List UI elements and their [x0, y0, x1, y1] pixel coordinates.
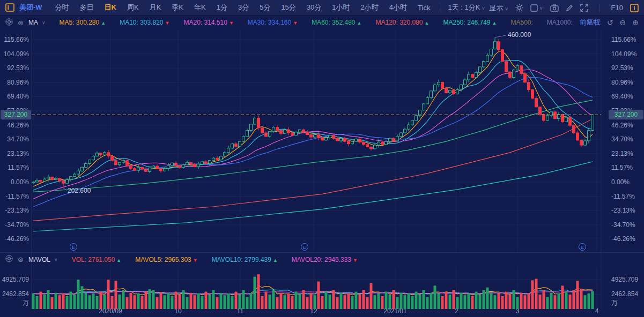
tab-30分[interactable]: 30分 [301, 3, 327, 12]
percent-axis-label: -46.26% [5, 235, 29, 243]
ma-legend-item-ma250[interactable]: MA250: 246.749▲ [443, 19, 497, 26]
tab-日K[interactable]: 日K [99, 3, 122, 12]
zoom-in-icon[interactable]: ⊕ [632, 18, 639, 27]
indicator-name[interactable]: MA [28, 19, 38, 26]
panel-icon[interactable] [5, 3, 15, 12]
percent-axis-label: -46.26% [611, 235, 635, 243]
arrow-up-icon: ▲ [492, 20, 497, 26]
indicator-name[interactable]: MAVOL [28, 256, 50, 263]
screenshot-camera-icon[interactable] [550, 4, 559, 12]
fullscreen-icon[interactable] [580, 4, 588, 12]
event-marker[interactable]: E [70, 244, 77, 251]
percent-axis-label: 0.00% [11, 178, 29, 186]
toolbar-divider [440, 4, 440, 11]
date-axis-label: 4 [595, 307, 599, 315]
percent-axis-label: 69.40% [611, 93, 633, 100]
tab-多日[interactable]: 多日 [75, 3, 99, 12]
percent-axis-label: 104.09% [611, 50, 637, 58]
percent-axis-label: 23.13% [611, 150, 633, 157]
ma-legend-item-ma5[interactable]: MA5: 300.280▲ [60, 19, 106, 26]
svg-text:E: E [72, 245, 75, 250]
tab-1分[interactable]: 1分 [211, 3, 233, 12]
percent-axis-label: 11.57% [611, 164, 633, 171]
reset-view-icon[interactable]: ↺ [607, 18, 613, 27]
main-chart-canvas[interactable]: 2020/091011122021/01234115.66%115.66%104… [0, 0, 644, 317]
vol-legend-item-mavol20[interactable]: MAVOL20: 2945.333▼ [292, 256, 358, 263]
percent-axis-label: 69.40% [7, 93, 29, 100]
indicator-close-icon[interactable]: ⊗ [18, 255, 24, 263]
multi-period-combo[interactable]: 1天 : 1分K∨ [445, 3, 488, 12]
vol-legend-item-mavol5[interactable]: MAVOL5: 2965.303▼ [135, 256, 197, 263]
percent-axis-label: -11.57% [5, 193, 29, 200]
volume-axis-label: 2462.854 [2, 290, 29, 298]
current-price-value: 327.200 [4, 111, 28, 118]
percent-axis-label: 92.53% [611, 64, 633, 72]
percent-axis-label: -23.13% [611, 207, 635, 214]
percent-axis-label: -23.13% [5, 207, 29, 214]
svg-text:E: E [581, 245, 584, 250]
tab-季K[interactable]: 季K [166, 3, 189, 12]
arrow-down-icon: ▼ [165, 20, 170, 26]
tab-1小时[interactable]: 1小时 [327, 3, 355, 12]
vol-legend-item-vol[interactable]: VOL: 2761.050▲ [72, 256, 122, 263]
ma-legend-item-ma10[interactable]: MA10: 303.820▼ [120, 19, 169, 26]
percent-axis-label: 115.66% [611, 36, 636, 43]
percent-axis-label: 92.53% [7, 64, 29, 72]
tab-15分[interactable]: 15分 [276, 3, 301, 12]
tab-5分[interactable]: 5分 [254, 3, 276, 12]
tab-周K[interactable]: 周K [122, 3, 144, 12]
arrow-down-icon: ▼ [193, 258, 198, 263]
event-marker[interactable]: E [579, 244, 586, 251]
ma-legend-item-ma120[interactable]: MA120: 320.080▲ [375, 19, 429, 26]
top-toolbar: 美团-W 分时多日日K周K月K季K年K1分3分5分15分30分1小时2小时4小时… [0, 0, 644, 16]
ma-legend-item-ma500[interactable]: MA500: [510, 19, 532, 26]
ma-legend-item-ma60[interactable]: MA60: 352.480▲ [312, 19, 361, 26]
chevron-down-icon: ∨ [539, 5, 543, 11]
percent-axis-label: 11.57% [8, 164, 29, 171]
tab-月K[interactable]: 月K [144, 3, 167, 12]
draw-pencil-icon[interactable] [566, 4, 573, 12]
ma-legend-item-ma30[interactable]: MA30: 334.160▼ [248, 19, 298, 26]
tab-4小时[interactable]: 4小时 [384, 3, 412, 12]
volume-axis-label: 4925.709 [2, 276, 29, 283]
ma-legend-item-ma1000[interactable]: MA1000: [547, 19, 573, 26]
chevron-down-icon: ∨ [54, 257, 58, 262]
percent-axis-label: -34.70% [5, 221, 29, 229]
percent-axis-label: 80.96% [7, 79, 29, 86]
indicator-settings-gear-icon[interactable] [5, 255, 13, 264]
indicator-settings-gear-icon[interactable] [5, 18, 13, 27]
f10-button[interactable]: F10 [611, 4, 623, 12]
tab-Tick[interactable]: Tick [412, 4, 435, 12]
display-menu[interactable]: 显示∨ [489, 3, 508, 13]
stock-symbol[interactable]: 美团-W [19, 3, 42, 12]
tab-分时[interactable]: 分时 [50, 3, 75, 12]
indicator-close-icon[interactable]: ⊗ [18, 19, 24, 27]
tab-3分[interactable]: 3分 [233, 3, 254, 12]
arrow-up-icon: ▲ [116, 258, 121, 263]
ma-legend-item-ma20[interactable]: MA20: 314.510▼ [183, 19, 233, 26]
event-marker[interactable]: E [301, 244, 308, 251]
percent-axis-label: 34.70% [611, 135, 633, 143]
arrow-up-icon: ▲ [357, 20, 362, 26]
percent-axis-label: 46.26% [611, 122, 633, 129]
percent-axis-label: 0.00% [611, 178, 630, 186]
svg-text:E: E [303, 245, 306, 250]
chevron-down-icon: ∨ [42, 20, 46, 25]
percent-axis-label: 34.70% [7, 135, 29, 143]
ma-line-ma120 [33, 119, 593, 221]
high-price-annotation: 460.000 [508, 31, 531, 39]
zoom-out-icon[interactable]: ⊖ [620, 18, 626, 27]
percent-axis-label: -34.70% [611, 221, 635, 229]
ma-indicator-header: ⊗ MA ∨ MA5: 300.280▲MA10: 303.820▼MA20: … [0, 16, 644, 29]
settings-gear-icon[interactable] [515, 4, 523, 12]
candle-panel-icon[interactable] [630, 4, 639, 12]
current-price-value: 327.200 [615, 111, 638, 118]
tab-2小时[interactable]: 2小时 [356, 3, 384, 12]
toolbar-divider [599, 4, 600, 12]
arrow-up-icon: ▲ [425, 20, 430, 26]
ma-line-ma20 [33, 70, 593, 199]
tab-年K[interactable]: 年K [189, 3, 211, 12]
chart-type-icon[interactable]: ∨ [530, 4, 543, 12]
forward-adjust-button[interactable]: 前复权 [580, 18, 601, 27]
vol-legend-item-mavol10[interactable]: MAVOL10: 2799.439▲ [212, 256, 278, 263]
